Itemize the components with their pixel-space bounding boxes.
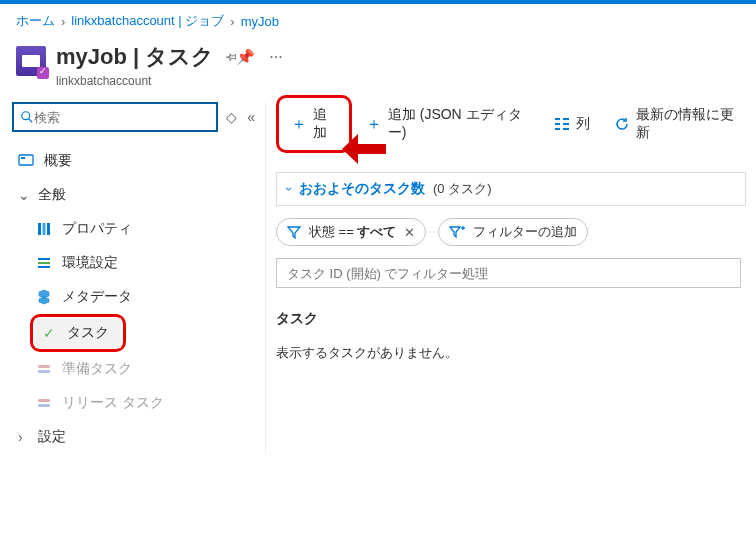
refresh-icon bbox=[614, 116, 630, 132]
nav-group-general-label: 全般 bbox=[38, 186, 66, 204]
search-input[interactable] bbox=[34, 110, 210, 125]
page-title: myJob | タスク bbox=[56, 42, 214, 72]
nav-prep-label: 準備タスク bbox=[62, 360, 132, 378]
columns-icon bbox=[554, 117, 570, 131]
nav-properties[interactable]: プロパティ bbox=[12, 212, 257, 246]
nav-metadata[interactable]: メタデータ bbox=[12, 280, 257, 314]
chevron-down-icon: ⌄ bbox=[18, 187, 28, 203]
nav-group-settings[interactable]: › 設定 bbox=[12, 420, 257, 454]
nav-prep[interactable]: 準備タスク bbox=[12, 352, 257, 386]
metadata-icon bbox=[36, 289, 52, 305]
nav-group-settings-label: 設定 bbox=[38, 428, 66, 446]
page-header: myJob | タスク 📌 ··· linkxbatchaccount bbox=[0, 38, 756, 102]
svg-rect-12 bbox=[38, 370, 50, 373]
sidebar: ◇ « 概要 ⌄ 全般 プロパティ 環境設定 bbox=[0, 102, 265, 454]
refresh-button[interactable]: 最新の情報に更新 bbox=[604, 101, 750, 147]
sidebar-search[interactable] bbox=[12, 102, 218, 132]
tasks-empty-message: 表示するタスクがありません。 bbox=[276, 344, 750, 362]
nav-release-label: リリース タスク bbox=[62, 394, 164, 412]
svg-rect-6 bbox=[43, 223, 46, 235]
prep-icon bbox=[36, 361, 52, 377]
annotation-highlight-tasks: ✓ タスク bbox=[30, 314, 126, 352]
svg-rect-4 bbox=[21, 157, 25, 159]
svg-rect-13 bbox=[38, 399, 50, 402]
approx-task-count-label[interactable]: おおよそのタスク数 bbox=[299, 180, 425, 198]
svg-point-1 bbox=[22, 112, 30, 120]
chevron-down-icon: › bbox=[282, 187, 296, 191]
state-filter-label: 状態 == すべて bbox=[309, 223, 396, 241]
overview-icon bbox=[18, 153, 34, 169]
approx-task-count-bar[interactable]: › おおよそのタスク数 (0 タスク) bbox=[276, 172, 746, 206]
tasks-heading: タスク bbox=[276, 310, 750, 328]
refresh-button-label: 最新の情報に更新 bbox=[636, 106, 740, 142]
add-button-label: 追加 bbox=[313, 106, 337, 142]
breadcrumb: ホーム › linkxbatchaccount | ジョブ › myJob bbox=[0, 4, 756, 38]
release-icon bbox=[36, 395, 52, 411]
search-icon bbox=[20, 110, 34, 124]
tasks-icon: ✓ bbox=[41, 325, 57, 341]
pin-button[interactable]: 📌 bbox=[236, 48, 255, 66]
add-button[interactable]: ＋ 追加 bbox=[281, 101, 347, 147]
chevron-right-icon: › bbox=[18, 429, 28, 445]
task-id-filter-input[interactable] bbox=[277, 259, 740, 287]
properties-icon bbox=[36, 221, 52, 237]
breadcrumb-account[interactable]: linkxbatchaccount | ジョブ bbox=[71, 12, 224, 30]
columns-button-label: 列 bbox=[576, 115, 590, 133]
page-subtitle: linkxbatchaccount bbox=[56, 74, 287, 88]
annotation-highlight-add: ＋ 追加 bbox=[276, 95, 352, 153]
plus-icon: ＋ bbox=[291, 114, 307, 135]
breadcrumb-sep: › bbox=[61, 14, 65, 29]
nav-tasks-label: タスク bbox=[67, 324, 109, 342]
more-button[interactable]: ··· bbox=[265, 48, 286, 66]
plus-icon: ＋ bbox=[366, 114, 382, 135]
nav-properties-label: プロパティ bbox=[62, 220, 132, 238]
annotation-arrow bbox=[342, 134, 386, 164]
content-area: ＋ 追加 ＋ 追加 (JSON エディター) 列 最新の情報に更新 bbox=[265, 102, 756, 454]
breadcrumb-sep: › bbox=[230, 14, 234, 29]
toolbar: ＋ 追加 ＋ 追加 (JSON エディター) 列 最新の情報に更新 bbox=[276, 102, 750, 146]
nav-env-label: 環境設定 bbox=[62, 254, 118, 272]
nav-overview-label: 概要 bbox=[44, 152, 72, 170]
clear-filter-icon[interactable]: ✕ bbox=[404, 225, 415, 240]
add-filter-chip[interactable]: フィルターの追加 bbox=[438, 218, 588, 246]
sidebar-collapse-icon[interactable]: « bbox=[245, 107, 257, 127]
nav-group-general[interactable]: ⌄ 全般 bbox=[12, 178, 257, 212]
add-filter-label: フィルターの追加 bbox=[473, 223, 577, 241]
svg-line-2 bbox=[29, 119, 33, 123]
svg-rect-5 bbox=[38, 223, 41, 235]
add-json-button-label: 追加 (JSON エディター) bbox=[388, 106, 530, 142]
svg-rect-3 bbox=[19, 155, 33, 165]
filter-chip-row: 状態 == すべて ✕ フィルターの追加 bbox=[276, 218, 750, 246]
filter-icon bbox=[287, 225, 301, 239]
sidebar-expand-icon[interactable]: ◇ bbox=[224, 107, 239, 127]
svg-rect-14 bbox=[38, 404, 50, 407]
add-filter-icon bbox=[449, 225, 465, 239]
nav-metadata-label: メタデータ bbox=[62, 288, 132, 306]
nav-env[interactable]: 環境設定 bbox=[12, 246, 257, 280]
resource-icon bbox=[16, 46, 46, 76]
state-filter-chip[interactable]: 状態 == すべて ✕ bbox=[276, 218, 426, 246]
nav-overview[interactable]: 概要 bbox=[12, 144, 257, 178]
svg-rect-11 bbox=[38, 365, 50, 368]
nav-release[interactable]: リリース タスク bbox=[12, 386, 257, 420]
task-id-filter[interactable] bbox=[276, 258, 741, 288]
breadcrumb-job[interactable]: myJob bbox=[241, 14, 279, 29]
env-icon bbox=[36, 255, 52, 271]
columns-button[interactable]: 列 bbox=[544, 110, 600, 138]
breadcrumb-home[interactable]: ホーム bbox=[16, 12, 55, 30]
svg-rect-7 bbox=[47, 223, 50, 235]
approx-task-count-value: (0 タスク) bbox=[433, 180, 492, 198]
nav-tasks[interactable]: ✓ タスク bbox=[35, 318, 121, 348]
